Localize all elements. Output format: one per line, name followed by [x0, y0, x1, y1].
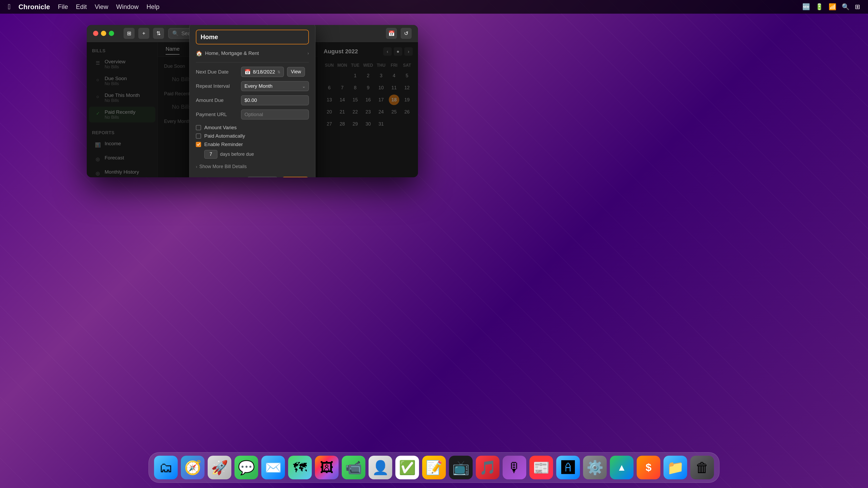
show-more-chevron-icon: › — [196, 164, 197, 169]
window-controls — [93, 31, 114, 36]
dock-item-chronicle[interactable]: $ — [637, 456, 660, 479]
control-center-icon[interactable]: ⊞ — [855, 3, 860, 10]
amount-due-value: $0.00 — [245, 97, 257, 103]
refresh-button[interactable]: ↺ — [401, 28, 412, 39]
repeat-interval-label: Repeat Interval — [196, 83, 238, 89]
menu-edit[interactable]: Edit — [76, 3, 87, 10]
calendar-toggle-button[interactable]: 📅 — [386, 28, 397, 39]
search-icon[interactable]: 🔍 — [842, 3, 849, 10]
wifi-icon: 📶 — [829, 3, 836, 10]
apple-menu[interactable]:  — [8, 3, 10, 11]
app-name: Chronicle — [19, 3, 50, 11]
siri-icon[interactable]: 🆕 — [802, 3, 810, 10]
dock-item-finder[interactable]: 🗂 — [154, 456, 178, 479]
amount-varies-label: Amount Varies — [204, 125, 237, 131]
repeat-interval-select[interactable]: Every Month ⌄ — [241, 81, 309, 91]
due-date-label: Next Due Date — [196, 69, 238, 75]
reminder-days-input[interactable] — [204, 150, 217, 159]
search-icon: 🔍 — [172, 30, 179, 36]
titlebar-actions: ⊞ + ⇅ — [124, 28, 164, 39]
dock-item-trash[interactable]: 🗑 — [690, 456, 714, 479]
dock-item-contacts[interactable]: 👤 — [369, 456, 392, 479]
dock-item-photos[interactable]: 🖼 — [315, 456, 339, 479]
modal-footer: Cancel Save — [196, 177, 309, 177]
bill-title-input[interactable] — [196, 30, 309, 44]
repeat-interval-value: Every Month — [245, 83, 273, 89]
enable-reminder-row: Enable Reminder — [196, 141, 309, 148]
dock-item-podcasts[interactable]: 🎙 — [503, 456, 526, 479]
modal-overlay: 🏠 Home, Mortgage & Rent › Next Due Date … — [87, 42, 418, 177]
show-more-label: Show More Bill Details — [199, 164, 247, 169]
enable-reminder-checkbox[interactable] — [196, 142, 201, 147]
dock-item-files[interactable]: 📁 — [663, 456, 687, 479]
menu-view[interactable]: View — [95, 3, 108, 10]
dock-item-systemprefs[interactable]: ⚙️ — [583, 456, 607, 479]
show-more-row[interactable]: › Show More Bill Details — [196, 163, 309, 170]
view-button[interactable]: View — [287, 67, 305, 77]
dock-item-messages[interactable]: 💬 — [235, 456, 258, 479]
menu-file[interactable]: File — [58, 3, 68, 10]
sort-button[interactable]: ⇅ — [153, 28, 164, 39]
edit-bill-modal: 🏠 Home, Mortgage & Rent › Next Due Date … — [189, 25, 315, 177]
payment-url-label: Payment URL — [196, 111, 238, 118]
due-date-input[interactable]: 📅 8/18/2022 ⇅ — [241, 67, 284, 77]
dock-item-appstore[interactable]: 🅰 — [556, 456, 580, 479]
modal-checkboxes: Amount Varies Paid Automatically Enable … — [196, 125, 309, 159]
battery-icon: 🔋 — [815, 3, 823, 10]
category-chevron-icon: › — [308, 51, 309, 56]
dock-item-altimeter[interactable]: ▲ — [610, 456, 633, 479]
enable-reminder-label: Enable Reminder — [204, 141, 243, 148]
payment-url-input[interactable]: Optional — [241, 109, 309, 120]
repeat-interval-row: Repeat Interval Every Month ⌄ — [196, 81, 309, 91]
paid-automatically-row: Paid Automatically — [196, 133, 309, 139]
reminder-days-suffix: days before due — [220, 152, 254, 157]
dock-item-tv[interactable]: 📺 — [449, 456, 473, 479]
category-label: Home, Mortgage & Rent — [205, 51, 305, 56]
app-window: ⊞ + ⇅ 🔍 Search 📅 ↺ Bills ☰ Overview No B… — [87, 25, 418, 177]
due-date-stepper-icon: ⇅ — [277, 70, 280, 74]
menu-help[interactable]: Help — [147, 3, 159, 10]
menu-window[interactable]: Window — [116, 3, 138, 10]
amount-due-row: Amount Due $0.00 — [196, 95, 309, 105]
payment-url-placeholder: Optional — [245, 111, 263, 117]
amount-due-input[interactable]: $0.00 — [241, 95, 309, 105]
titlebar-right-actions: 📅 ↺ — [386, 28, 412, 39]
due-date-row: Next Due Date 📅 8/18/2022 ⇅ View — [196, 67, 309, 77]
dock: 🗂 🧭 🚀 💬 ✉️ 🗺 🖼 📹 👤 ✅ 📝 📺 🎵 🎙 📰 🅰 ⚙️ ▲ $ … — [149, 452, 719, 483]
menubar-right: 🆕 🔋 📶 🔍 ⊞ — [802, 3, 860, 10]
window-close-button[interactable] — [93, 31, 98, 36]
dock-item-mail[interactable]: ✉️ — [261, 456, 285, 479]
due-date-value: 8/18/2022 — [253, 69, 275, 75]
reminder-days-row: days before due — [204, 150, 309, 159]
menu-items: File Edit View Window Help — [58, 3, 159, 10]
modal-divider-1 — [196, 62, 309, 63]
dock-item-safari[interactable]: 🧭 — [181, 456, 205, 479]
category-row[interactable]: 🏠 Home, Mortgage & Rent › — [196, 48, 309, 58]
dock-item-reminders[interactable]: ✅ — [395, 456, 419, 479]
dock-item-facetime[interactable]: 📹 — [342, 456, 365, 479]
payment-url-row: Payment URL Optional — [196, 109, 309, 120]
amount-varies-checkbox[interactable] — [196, 125, 201, 130]
cancel-button[interactable]: Cancel — [247, 177, 278, 177]
calendar-icon: 📅 — [245, 69, 251, 75]
category-icon: 🏠 — [196, 50, 203, 57]
dock-item-notes[interactable]: 📝 — [422, 456, 446, 479]
add-bill-button[interactable]: + — [138, 28, 149, 39]
save-button[interactable]: Save — [282, 177, 309, 177]
amount-varies-row: Amount Varies — [196, 125, 309, 131]
dock-item-music[interactable]: 🎵 — [476, 456, 499, 479]
window-maximize-button[interactable] — [109, 31, 114, 36]
dock-item-news[interactable]: 📰 — [529, 456, 553, 479]
window-minimize-button[interactable] — [101, 31, 106, 36]
paid-automatically-label: Paid Automatically — [204, 133, 245, 139]
dock-item-maps[interactable]: 🗺 — [288, 456, 312, 479]
amount-due-label: Amount Due — [196, 97, 238, 103]
menubar:  Chronicle File Edit View Window Help 🆕… — [0, 0, 868, 14]
paid-automatically-checkbox[interactable] — [196, 133, 201, 139]
sidebar-toggle-button[interactable]: ⊞ — [124, 28, 134, 39]
select-chevron-icon: ⌄ — [302, 84, 306, 89]
dock-item-launchpad[interactable]: 🚀 — [208, 456, 231, 479]
